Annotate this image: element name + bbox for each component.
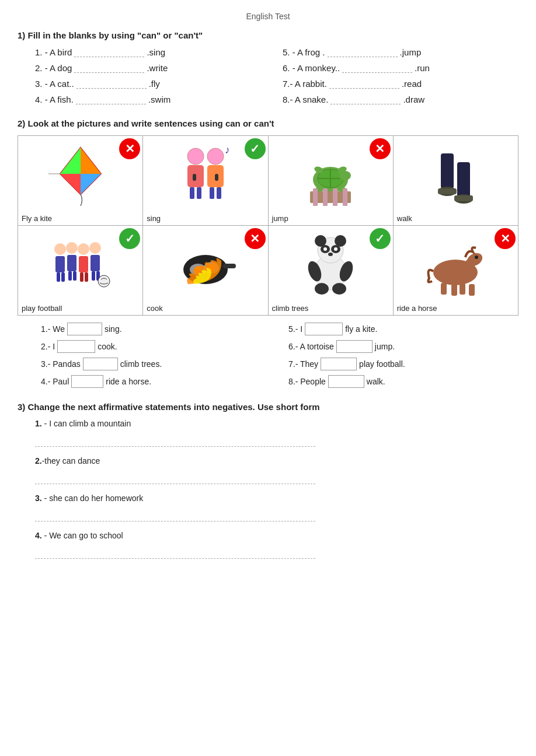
svg-rect-39 xyxy=(55,256,65,272)
fill-label-6: 6. - A monkey.. xyxy=(283,63,340,73)
fill-input-3[interactable] xyxy=(76,79,147,89)
fill-input-6[interactable] xyxy=(342,63,412,73)
svg-rect-77 xyxy=(441,283,447,295)
pic-image-kite: ✕ xyxy=(18,136,142,212)
pic-cell-sing: ♪ ✓ sing xyxy=(143,136,268,226)
svg-point-42 xyxy=(66,242,78,254)
fill-input-1[interactable] xyxy=(74,47,144,57)
svg-rect-51 xyxy=(91,255,100,271)
svg-rect-9 xyxy=(190,187,194,199)
fill-input-4[interactable] xyxy=(76,94,146,104)
pic-cell-football: ✓ play football xyxy=(18,226,143,316)
sent-input-4[interactable] xyxy=(71,375,103,388)
pic-label-walk: walk xyxy=(394,212,518,225)
sent-item-4: 4.- Paul ride a horse. xyxy=(41,375,271,388)
svg-rect-37 xyxy=(454,195,473,201)
fill-item-1: 1. - A bird .sing xyxy=(35,47,271,57)
sent-input-6[interactable] xyxy=(336,340,373,353)
neg-item-3: 3. - she can do her homework xyxy=(35,494,518,522)
neg-prompt-4: 4. - We can go to school xyxy=(35,531,518,540)
fill-left-col: 1. - A bird .sing 2. - A dog .write 3. -… xyxy=(35,47,271,104)
svg-marker-5 xyxy=(60,148,81,174)
pic-image-football: ✓ xyxy=(18,226,142,302)
pic-image-sing: ♪ ✓ xyxy=(143,136,267,212)
sent-item-8: 8.- People walk. xyxy=(288,375,518,388)
svg-rect-10 xyxy=(197,187,201,199)
svg-rect-32 xyxy=(441,153,454,188)
neg-input-2[interactable] xyxy=(35,468,315,484)
pic-image-horse: ✕ xyxy=(394,226,518,302)
svg-point-46 xyxy=(78,243,89,255)
svg-point-11 xyxy=(207,148,224,164)
sent-input-1[interactable] xyxy=(67,323,102,335)
sent-left-col: 1.- We sing. 2.- I cook. 3.- Pandas clim… xyxy=(41,323,271,388)
fill-input-7[interactable] xyxy=(329,79,399,89)
jump-svg xyxy=(298,142,363,206)
pic-label-jump: jump xyxy=(269,212,393,225)
neg-input-3[interactable] xyxy=(35,505,315,522)
svg-rect-43 xyxy=(67,255,76,271)
svg-point-67 xyxy=(323,247,327,251)
svg-rect-80 xyxy=(469,284,475,296)
neg-input-4[interactable] xyxy=(35,542,315,559)
svg-point-73 xyxy=(332,283,346,295)
svg-rect-14 xyxy=(217,187,221,199)
fill-item-8: 8.- A snake. .draw xyxy=(283,94,518,104)
svg-rect-48 xyxy=(80,272,83,282)
fill-label-7: 7.- A rabbit. xyxy=(283,79,327,89)
neg-input-1[interactable] xyxy=(35,430,315,447)
sent-input-7[interactable] xyxy=(321,358,357,370)
sent-item-3: 3.- Pandas climb trees. xyxy=(41,358,271,370)
neg-prompt-3: 3. - she can do her homework xyxy=(35,494,518,503)
sing-svg: ♪ xyxy=(173,142,238,206)
svg-point-81 xyxy=(475,256,478,259)
sent-suffix-8: walk. xyxy=(367,377,385,386)
fill-label-4: 4. - A fish. xyxy=(35,94,74,104)
svg-marker-3 xyxy=(81,148,101,174)
neg-prompt-1: 1. - I can climb a mountain xyxy=(35,419,518,428)
svg-rect-33 xyxy=(457,162,470,197)
fill-suffix-3: .fly xyxy=(149,79,160,89)
svg-rect-79 xyxy=(460,283,465,295)
fill-input-5[interactable] xyxy=(328,47,398,57)
fill-label-5: 5. - A frog . xyxy=(283,47,325,57)
fill-input-2[interactable] xyxy=(74,63,144,73)
sent-label-2: 2.- I xyxy=(41,342,55,351)
pic-image-cook: ✕ xyxy=(143,226,267,302)
sent-suffix-1: sing. xyxy=(105,324,122,334)
pic-cell-cook: ✕ cook xyxy=(143,226,268,316)
fill-suffix-8: .draw xyxy=(403,94,424,104)
pic-label-horse: ride a horse xyxy=(394,302,518,315)
neg-prompt-2: 2.-they can dance xyxy=(35,456,518,466)
fill-input-8[interactable] xyxy=(330,94,401,104)
football-svg xyxy=(48,232,113,296)
sent-suffix-5: fly a kite. xyxy=(345,324,377,334)
sent-input-5[interactable] xyxy=(305,323,343,335)
fill-item-6: 6. - A monkey.. .run xyxy=(283,63,518,73)
badge-x-jump: ✕ xyxy=(370,138,391,159)
sent-label-8: 8.- People xyxy=(288,377,326,386)
fill-suffix-4: .swim xyxy=(148,94,170,104)
sent-input-8[interactable] xyxy=(328,375,364,388)
fill-blanks-grid: 1. - A bird .sing 2. - A dog .write 3. -… xyxy=(18,47,518,104)
badge-x-cook: ✕ xyxy=(245,228,266,249)
sent-input-2[interactable] xyxy=(57,340,95,353)
svg-point-68 xyxy=(334,247,337,251)
neg-item-1: 1. - I can climb a mountain xyxy=(35,419,518,447)
svg-rect-36 xyxy=(438,188,457,194)
pic-image-jump: ✕ xyxy=(269,136,393,212)
fill-item-7: 7.- A rabbit. .read xyxy=(283,79,518,89)
svg-point-54 xyxy=(98,275,110,287)
svg-point-64 xyxy=(335,235,346,247)
fill-label-8: 8.- A snake. xyxy=(283,94,328,104)
svg-rect-52 xyxy=(92,271,95,281)
fill-suffix-6: .run xyxy=(415,63,430,73)
section2-title: 2) Look at the pictures and write senten… xyxy=(18,118,518,128)
fill-item-2: 2. - A dog .write xyxy=(35,63,271,73)
section1: 1) Fill in the blanks by using "can" or … xyxy=(18,30,518,104)
sent-input-3[interactable] xyxy=(83,358,118,370)
section1-title: 1) Fill in the blanks by using "can" or … xyxy=(18,30,518,40)
pictures-row-1: ✕ Fly a kite xyxy=(18,136,518,226)
sent-label-6: 6.- A tortoise xyxy=(288,342,334,351)
svg-point-7 xyxy=(187,148,204,164)
